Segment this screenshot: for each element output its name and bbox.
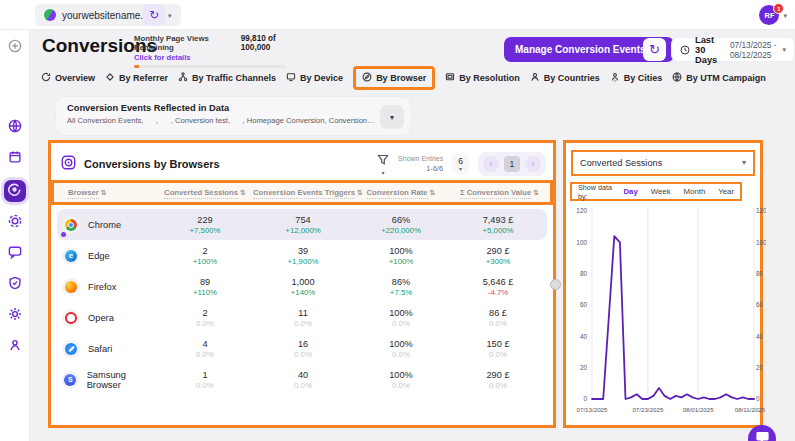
date-range-picker[interactable]: Last 30 Days 07/13/2025 - 08/12/2025 ▾ [671,37,795,62]
metric-cell: 2+100% [157,246,253,266]
tab-by-device[interactable]: By Device [286,72,343,84]
date-preset: Last 30 Days [695,35,725,65]
events-filter-card: Conversion Events Reflected in Data All … [55,96,412,136]
page-size-select[interactable]: 6 ▾ [452,154,469,174]
table-row[interactable]: Safari40.0%160.0%100%0.0%150 £0.0% [57,333,547,364]
column-header[interactable]: Σ Conversion Value⇅ [449,188,550,197]
date-range-value: 07/13/2025 - 08/12/2025 [730,40,778,60]
utm-campaign-icon [672,72,682,84]
tab-by-cities[interactable]: By Cities [610,72,663,84]
sidebar-funnels[interactable] [5,213,25,233]
site-refresh-button[interactable]: ↻ [143,4,165,26]
tab-by-browser[interactable]: By Browser [353,66,435,90]
chevron-down-icon: ▾ [783,12,787,19]
metric-dropdown[interactable]: Converted Sessions ▾ [571,150,755,176]
metric-cell: 89+110% [157,277,253,297]
metric-cell: 86 £0.0% [449,308,547,328]
events-expand-button[interactable]: ▾ [380,105,404,129]
tab-by-traffic-channels[interactable]: By Traffic Channels [178,72,276,84]
svg-text:08/11/2025: 08/11/2025 [735,406,766,413]
prev-page-button[interactable]: ‹ [483,156,499,172]
cities-icon [610,72,620,84]
sidebar-session-replays[interactable] [5,244,25,264]
svg-text:120: 120 [576,207,587,214]
granularity-switcher: Show data by: DayWeekMonthYear [570,182,742,201]
table-row[interactable]: Chrome229+7,500%754+12,000%66%+220,000%7… [57,209,547,240]
device-icon [286,72,296,84]
svg-text:0: 0 [756,395,760,402]
tab-label: Overview [55,73,95,83]
chevron-down-icon: ▾ [782,46,786,53]
browser-name: Edge [88,251,110,261]
table-row[interactable]: eEdge2+100%39+1,900%100%+100%290 £+300% [57,240,547,271]
table-row[interactable]: SSamsung Browser10.0%400.0%100%0.0%290 £… [57,364,547,395]
sidebar-events[interactable] [5,149,25,169]
traffic-channels-icon [178,72,188,84]
user-menu[interactable]: RF 1 ▾ [759,5,787,25]
tab-by-referrer[interactable]: By Referrer [105,72,168,84]
granularity-month[interactable]: Month [684,187,706,196]
show-data-by-label: Show data by: [578,183,613,201]
main-content: Conversions Monthly Page Views Remaining… [30,30,795,441]
chevron-down-icon: ▾ [168,12,172,19]
sidebar-dashboard[interactable] [5,118,25,138]
tab-by-utm-campaign[interactable]: By UTM Campaign [672,72,766,84]
tab-by-resolution[interactable]: By Resolution [445,72,520,84]
column-header[interactable]: Conversion Events Triggers⇅ [253,188,353,197]
edge-icon: e [62,247,80,265]
shown-entries-label: Shown Entries [398,155,443,164]
sidebar-security[interactable] [5,275,25,295]
table-row[interactable]: Firefox89+110%1,000+140%86%+7.5%5,646 £-… [57,271,547,302]
tab-overview[interactable]: Overview [41,72,95,84]
granularity-day[interactable]: Day [623,187,637,196]
column-header[interactable]: Browser⇅ [57,188,157,197]
firefox-icon [62,278,80,296]
next-page-button[interactable]: › [525,156,541,172]
table-rows: Chrome229+7,500%754+12,000%66%+220,000%7… [57,209,547,395]
shown-entries: Shown Entries 1-6/6 [398,155,443,173]
chart-panel: Converted Sessions ▾ Show data by: DayWe… [563,140,763,428]
svg-text:120: 120 [756,207,766,214]
samsung-icon: S [62,371,79,389]
page-views-value: 99,810 of 100,000 [241,34,299,52]
column-header[interactable]: Converted Sessions⇅ [157,188,253,197]
tab-label: By Referrer [119,73,168,83]
sidebar-settings[interactable] [5,306,25,326]
granularity-week[interactable]: Week [651,187,671,196]
sidebar-add-button[interactable] [5,38,25,58]
granularity-year[interactable]: Year [718,187,734,196]
panel-resize-handle[interactable] [550,279,561,290]
svg-text:20: 20 [580,364,588,371]
svg-text:0: 0 [583,395,587,402]
funnel-orbit-icon [8,214,22,232]
chevron-down-icon: ▾ [742,159,746,167]
table-row[interactable]: Opera20.0%110.0%100%0.0%86 £0.0% [57,302,547,333]
report-tabs: OverviewBy ReferrerBy Traffic ChannelsBy… [41,66,766,90]
conversions-table-panel: Conversions by Browsers ▾ Shown Entries … [48,140,556,428]
page-size-value: 6 [458,156,463,166]
metric-cell: 40.0% [157,339,253,359]
manage-button-label: Manage Conversion Events [515,44,646,55]
filter-button[interactable]: ▾ [377,152,389,176]
sidebar-conversions[interactable] [4,180,26,202]
page-views-widget: Monthly Page Views Remaining 99,810 of 1… [134,34,299,68]
metric-cell: 290 £+300% [449,246,547,266]
tab-by-countries[interactable]: By Countries [530,72,600,84]
tab-label: By Resolution [459,73,520,83]
metric-cell: 10.0% [157,370,253,390]
metric-cell: 66%+220,000% [353,215,449,235]
globe-icon [8,119,22,137]
browser-icon [362,72,372,84]
events-filter-summary: All Conversion Events, , , Conversion te… [67,116,375,125]
svg-text:07/23/2025: 07/23/2025 [632,406,664,413]
metric-cell: 110.0% [253,308,353,328]
browser-name: Safari [88,344,112,354]
details-link[interactable]: Click for details [134,53,299,62]
sidebar-account[interactable] [5,337,25,357]
refresh-data-button[interactable]: ↻ [643,38,666,61]
metric-cell: 754+12,000% [253,215,353,235]
svg-text:40: 40 [580,333,588,340]
svg-text:80: 80 [756,270,764,277]
column-header[interactable]: Conversion Rate⇅ [353,188,449,197]
tab-label: By Countries [544,73,600,83]
